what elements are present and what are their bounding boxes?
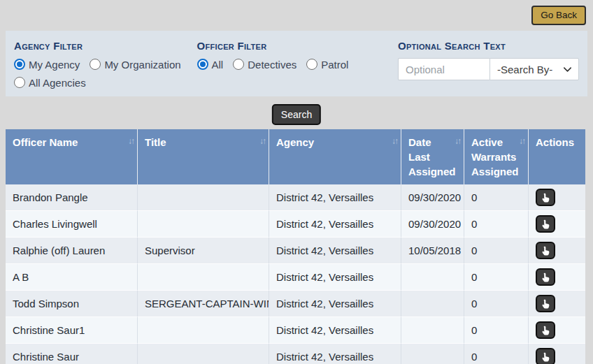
date-last-assigned-cell (401, 264, 464, 291)
sort-icon[interactable]: ↓↑ (519, 136, 524, 147)
table-row: Charles Livingwell District 42, Versaill… (6, 211, 585, 238)
officers-table: Officer Name ↓↑ Title ↓↑ Agency ↓↑ Date … (6, 129, 585, 364)
table-row: Christine Saur District 42, Versailles 0 (6, 344, 585, 364)
table-row: Brandon Pangle District 42, Versailles 0… (6, 184, 585, 211)
actions-cell (529, 211, 585, 238)
title-cell: SERGEANT-CAPTAIN-WIN (138, 291, 269, 317)
radio-my-agency[interactable]: My Agency (14, 59, 80, 71)
date-last-assigned-cell (401, 344, 464, 364)
select-officer-button[interactable] (536, 321, 555, 339)
column-header-actions: Actions (529, 129, 585, 184)
agency-cell: District 42, Versailles (269, 184, 401, 211)
radio-label: Patrol (321, 59, 348, 71)
actions-cell (529, 291, 585, 317)
optional-search-input[interactable] (398, 58, 490, 80)
table-header-row: Officer Name ↓↑ Title ↓↑ Agency ↓↑ Date … (6, 129, 585, 184)
active-warrants-cell: 0 (464, 184, 529, 211)
search-by-selected-value: -Search By- (497, 64, 552, 75)
radio-detectives[interactable]: Detectives (233, 59, 296, 71)
date-last-assigned-cell: 09/30/2020 (401, 211, 464, 238)
title-cell (138, 264, 269, 291)
select-officer-button[interactable] (536, 189, 555, 206)
table-row: Ralphie (off) Lauren Supervisor District… (6, 238, 585, 264)
title-cell: Supervisor (138, 238, 269, 264)
sort-icon[interactable]: ↓↑ (455, 136, 460, 147)
officer-filter-label: Officer Filter (197, 40, 398, 52)
officer-name-cell: Christine Saur (6, 344, 138, 364)
radio-label: Detectives (248, 59, 296, 71)
hand-pointer-icon (541, 299, 550, 309)
agency-filter-group: Agency Filter My Agency My Organization … (14, 40, 197, 96)
search-button[interactable]: Search (272, 104, 321, 125)
radio-label: My Agency (29, 59, 80, 71)
active-warrants-cell: 0 (464, 291, 529, 317)
agency-cell: District 42, Versailles (269, 211, 401, 238)
column-label: Date Last Assigned (408, 136, 456, 177)
optional-search-label: Optional Search Text (398, 40, 579, 52)
filter-panel: Agency Filter My Agency My Organization … (6, 31, 587, 96)
select-officer-button[interactable] (536, 268, 555, 286)
column-label: Agency (276, 136, 314, 148)
radio-label: My Organization (104, 59, 180, 71)
table-row: A B District 42, Versailles 0 (6, 264, 585, 291)
officer-name-cell: Charles Livingwell (6, 211, 138, 238)
date-last-assigned-cell (401, 291, 464, 317)
agency-cell: District 42, Versailles (269, 238, 401, 264)
table-row: Christine Saur1 District 42, Versailles … (6, 317, 585, 344)
select-officer-button[interactable] (536, 295, 555, 312)
title-cell (138, 211, 269, 238)
chevron-down-icon (562, 64, 573, 75)
radio-unselected-icon (90, 59, 101, 70)
active-warrants-cell: 0 (464, 264, 529, 291)
column-label: Actions (536, 136, 574, 148)
select-officer-button[interactable] (536, 215, 555, 233)
radio-label: All (212, 59, 224, 71)
officer-name-cell: Ralphie (off) Lauren (6, 238, 138, 264)
title-cell (138, 184, 269, 211)
active-warrants-cell: 0 (464, 211, 529, 238)
actions-cell (529, 264, 585, 291)
actions-cell (529, 238, 585, 264)
column-header-title[interactable]: Title ↓↑ (138, 129, 269, 184)
column-label: Title (145, 136, 166, 148)
date-last-assigned-cell: 09/30/2020 (401, 184, 464, 211)
radio-selected-icon (14, 59, 25, 70)
officer-name-cell: Christine Saur1 (6, 317, 138, 344)
sort-icon[interactable]: ↓↑ (128, 136, 134, 147)
optional-search-group: Optional Search Text -Search By- (398, 40, 579, 96)
date-last-assigned-cell: 10/05/2018 (401, 238, 464, 264)
radio-unselected-icon (306, 59, 317, 70)
agency-cell: District 42, Versailles (269, 264, 401, 291)
active-warrants-cell: 0 (464, 344, 529, 364)
radio-all-agencies[interactable]: All Agencies (14, 77, 86, 89)
agency-cell: District 42, Versailles (269, 317, 401, 344)
select-officer-button[interactable] (536, 348, 555, 364)
radio-selected-icon (197, 59, 208, 70)
column-header-active-warrants[interactable]: Active Warrants Assigned ↓↑ (464, 129, 529, 184)
column-header-date-last-assigned[interactable]: Date Last Assigned ↓↑ (401, 129, 464, 184)
search-by-select[interactable]: -Search By- (490, 58, 579, 80)
select-officer-button[interactable] (536, 242, 555, 259)
actions-cell (529, 184, 585, 211)
radio-unselected-icon (14, 77, 25, 88)
column-header-officer-name[interactable]: Officer Name ↓↑ (6, 129, 138, 184)
date-last-assigned-cell (401, 317, 464, 344)
radio-patrol[interactable]: Patrol (306, 59, 348, 71)
officer-name-cell: Brandon Pangle (6, 184, 138, 211)
hand-pointer-icon (541, 352, 550, 362)
hand-pointer-icon (541, 326, 550, 335)
officer-name-cell: A B (6, 264, 138, 291)
officer-name-cell: Todd Simpson (6, 291, 138, 317)
radio-unselected-icon (233, 59, 244, 70)
go-back-button[interactable]: Go Back (531, 6, 586, 25)
radio-my-organization[interactable]: My Organization (90, 59, 180, 71)
sort-icon[interactable]: ↓↑ (259, 136, 265, 147)
actions-cell (529, 344, 585, 364)
radio-all[interactable]: All (197, 59, 224, 71)
title-cell (138, 344, 269, 364)
sort-icon[interactable]: ↓↑ (392, 136, 397, 147)
hand-pointer-icon (541, 246, 550, 256)
agency-filter-label: Agency Filter (14, 40, 197, 52)
officer-filter-group: Officer Filter All Detectives Patrol (197, 40, 398, 96)
column-header-agency[interactable]: Agency ↓↑ (269, 129, 401, 184)
